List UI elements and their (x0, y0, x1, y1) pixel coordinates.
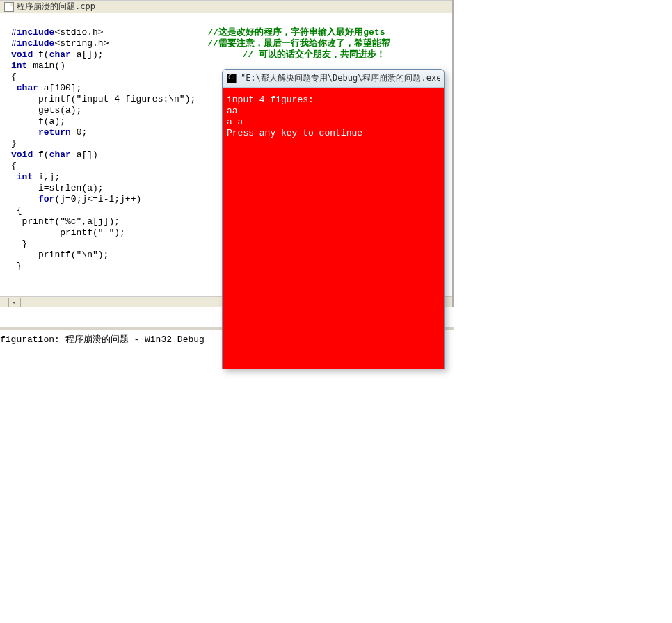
code-token: a[]); (71, 49, 104, 60)
scroll-right-space[interactable] (20, 298, 31, 307)
code-token: #include (11, 27, 54, 38)
console-line: aa (227, 106, 238, 116)
code-token: 0; (71, 127, 87, 138)
console-line: input 4 figures: (227, 95, 314, 105)
console-window[interactable]: "E:\帮人解决问题专用\Debug\程序崩溃的问题.exe" input 4 … (222, 69, 445, 369)
code-token: printf(" "); (11, 227, 125, 238)
code-token: <stdio.h> (54, 27, 103, 38)
code-token: printf("input 4 figures:\n"); (11, 94, 195, 104)
code-comment: // 可以的话交个朋友，共同进步！ (243, 49, 385, 60)
code-token: f(a); (11, 116, 65, 127)
code-token: printf("\n"); (11, 250, 109, 260)
code-token: int (11, 60, 27, 71)
code-token: f( (33, 49, 49, 60)
build-output-line: figuration: 程序崩溃的问题 - Win32 Debug (0, 334, 205, 345)
code-token: { (11, 161, 17, 171)
code-token: gets(a); (11, 105, 81, 115)
code-token: for (11, 194, 54, 204)
file-icon (4, 2, 14, 12)
code-comment: //需要注意，最后一行我给你改了，希望能帮 (207, 38, 390, 49)
code-token: int (11, 172, 33, 182)
code-token: main() (27, 60, 65, 71)
code-token: } (11, 138, 17, 149)
code-token: char (11, 83, 38, 93)
console-app-icon (227, 74, 237, 83)
code-token: i,j; (33, 172, 60, 182)
code-token: void (11, 149, 33, 160)
console-body[interactable]: input 4 figures: aa a a Press any key to… (223, 88, 444, 369)
code-token: { (11, 72, 17, 82)
code-token: return (11, 127, 71, 138)
code-token: (j=0;j<=i-1;j++) (54, 194, 141, 204)
code-token: { (11, 205, 22, 216)
console-line: a a (227, 117, 243, 127)
code-token: } (11, 238, 27, 249)
code-token: } (11, 261, 22, 271)
code-token: void (11, 49, 33, 60)
editor-tabbar[interactable]: 程序崩溃的问题.cpp (0, 0, 452, 13)
code-token: #include (11, 38, 54, 49)
code-token: char (49, 149, 71, 160)
code-token: printf("%c",a[j]); (11, 216, 120, 227)
code-token: i=strlen(a); (11, 183, 104, 193)
code-token: f( (33, 149, 49, 160)
code-token: char (49, 49, 71, 60)
code-comment: //这是改好的程序，字符串输入最好用gets (208, 27, 385, 38)
code-token: a[]) (71, 149, 98, 160)
code-token: <string.h> (54, 38, 109, 49)
scroll-left-icon[interactable]: ◂ (8, 298, 19, 307)
console-title-text: "E:\帮人解决问题专用\Debug\程序崩溃的问题.exe" (241, 72, 440, 84)
code-token: a[100]; (38, 83, 81, 93)
console-line: Press any key to continue (227, 128, 362, 138)
console-titlebar[interactable]: "E:\帮人解决问题专用\Debug\程序崩溃的问题.exe" (223, 70, 444, 88)
tab-filename[interactable]: 程序崩溃的问题.cpp (17, 1, 95, 13)
